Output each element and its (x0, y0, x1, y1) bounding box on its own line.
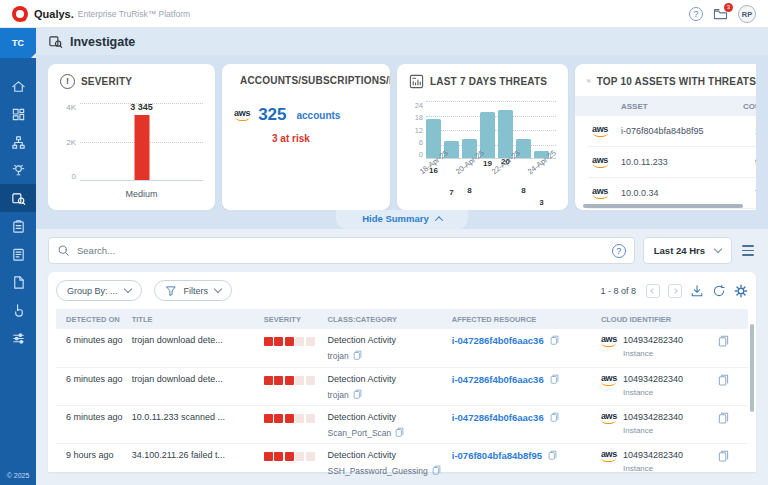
y-tick: 2K (60, 138, 76, 147)
y-tick: 4K (60, 103, 76, 112)
copy-icon[interactable] (718, 335, 729, 348)
refresh-icon[interactable] (712, 284, 726, 298)
settings-gear-icon[interactable] (734, 284, 748, 298)
sidebar-item-dashboards[interactable] (0, 100, 36, 128)
count-column-header[interactable]: COUNT (743, 102, 756, 111)
search-help-icon[interactable]: ? (612, 244, 626, 258)
copy-icon[interactable] (353, 350, 362, 361)
threat-tag[interactable]: trojan (328, 390, 349, 400)
cloud-identifier-cell: aws104934282340Instance (597, 335, 714, 362)
class-category-cell: Detection Activity trojan (324, 335, 448, 362)
table-row[interactable]: 6 minutes ago 10.0.11.233 scanned ... De… (56, 405, 748, 443)
sidebar-item-insights[interactable] (0, 156, 36, 184)
cloud-identifier-cell: aws104934282340Instance (597, 374, 714, 400)
detected-on-cell: 6 minutes ago (56, 412, 128, 438)
cloud-type: Instance (623, 464, 683, 473)
y-tick: 6 (409, 138, 423, 147)
resource-link[interactable]: i-047286f4b0f6aac36 (452, 374, 544, 385)
time-range-dropdown[interactable]: Last 24 Hrs (643, 237, 732, 264)
cloud-identifier-cell: aws104934282340Instance (597, 412, 714, 438)
module-badge[interactable]: TC (0, 28, 36, 58)
horizontal-scrollbar[interactable] (583, 204, 743, 208)
severity-cell (260, 412, 324, 438)
asset-row[interactable]: awsi-076f804bfa84b8f951K (587, 116, 756, 147)
severity-card-title-row: ! SEVERITY (60, 74, 203, 89)
table-row[interactable]: 6 minutes ago trojan download dete... De… (56, 367, 748, 405)
asset-threat-count: 1K (755, 126, 756, 136)
sidebar-item-connectors[interactable] (0, 128, 36, 156)
sidebar-item-compliance[interactable] (0, 212, 36, 240)
search-input[interactable] (77, 245, 605, 256)
vertical-scrollbar[interactable] (750, 324, 754, 412)
threat-tag[interactable]: SSH_Password_Guessing (328, 466, 428, 476)
menu-icon[interactable] (740, 243, 756, 257)
cloud-type: Instance (623, 426, 683, 435)
numbered-list-icon: 123 (587, 74, 591, 88)
asset-column-header[interactable]: ASSET (621, 102, 648, 111)
sidebar-item-configurations[interactable] (0, 324, 36, 352)
investigate-icon (48, 34, 63, 49)
copy-icon[interactable] (718, 450, 729, 463)
threat-tag[interactable]: trojan (328, 351, 349, 361)
sidebar-item-home[interactable] (0, 72, 36, 100)
accounts-count-label[interactable]: accounts (297, 110, 341, 121)
accounts-card-title: ACCOUNTS/SUBSCRIPTIONS/PROJECTS (240, 75, 390, 86)
column-header[interactable]: SEVERITY (260, 315, 324, 324)
copy-icon[interactable] (395, 427, 404, 438)
notifications-icon[interactable]: 3 (713, 7, 728, 20)
table-header-row: DETECTED ONTITLESEVERITYCLASS:CATEGORYAF… (56, 309, 748, 329)
help-icon[interactable]: ? (689, 7, 703, 21)
copy-icon[interactable] (718, 374, 729, 387)
sidebar-item-actions[interactable] (0, 296, 36, 324)
aws-logo: aws (587, 187, 613, 199)
column-header[interactable]: CLOUD IDENTIFIER (597, 315, 714, 324)
copy-icon[interactable] (353, 389, 362, 400)
asset-name: i-076f804bfa84b8f95 (621, 126, 704, 136)
threats-card: LAST 7 DAYS THREATS 24181260 1678192083 … (397, 64, 568, 210)
title-cell: trojan download dete... (128, 374, 260, 400)
severity-bar[interactable] (134, 115, 149, 180)
bar-chart-icon (409, 74, 424, 89)
column-header[interactable]: TITLE (128, 315, 260, 324)
copy-icon[interactable] (548, 450, 557, 461)
accounts-count[interactable]: 325 (258, 105, 286, 125)
column-header[interactable]: CLASS:CATEGORY (324, 315, 448, 324)
threat-tag[interactable]: Scan_Port_Scan (328, 428, 392, 438)
resource-link[interactable]: i-076f804bfa84b8f95 (452, 450, 542, 461)
resource-link[interactable]: i-047286f4b0f6aac36 (452, 412, 544, 423)
severity-cell (260, 335, 324, 362)
top-bar: Qualys. Enterprise TruRisk™ Platform ? 3… (0, 0, 768, 28)
time-range-value: Last 24 Hrs (654, 245, 705, 256)
next-page-button[interactable] (668, 284, 682, 298)
copyright: © 2025 (7, 472, 30, 479)
hide-summary-label: Hide Summary (362, 213, 429, 224)
search-box[interactable]: ? (48, 237, 635, 264)
resource-link[interactable]: i-047286f4b0f6aac36 (452, 335, 544, 346)
group-by-dropdown[interactable]: Group By: ... (56, 280, 142, 301)
column-header[interactable]: DETECTED ON (56, 315, 128, 324)
copy-icon[interactable] (550, 412, 559, 423)
asset-row[interactable]: aws10.0.11.23395 (587, 147, 756, 178)
title-cell: 10.0.11.233 scanned ... (128, 412, 260, 438)
table-row[interactable]: 6 minutes ago trojan download dete... De… (56, 329, 748, 367)
hide-summary-button[interactable]: Hide Summary (336, 210, 468, 229)
class-category-cell: Detection Activity SSH_Password_Guessing (324, 450, 448, 476)
column-header[interactable]: AFFECTED RESOURCE (448, 315, 597, 324)
download-icon[interactable] (690, 284, 704, 298)
pagination-text: 1 - 8 of 8 (600, 286, 636, 296)
prev-page-button[interactable] (646, 284, 660, 298)
sidebar-item-reports[interactable] (0, 240, 36, 268)
tap-icon (11, 303, 26, 318)
accounts-at-risk[interactable]: 3 at risk (272, 133, 378, 144)
copy-icon[interactable] (718, 412, 729, 425)
chevron-down-icon (714, 245, 722, 253)
sidebar-item-investigate[interactable] (0, 184, 36, 212)
filters-dropdown[interactable]: Filters (154, 280, 233, 301)
copy-icon[interactable] (550, 335, 559, 346)
sidebar-item-documents[interactable] (0, 268, 36, 296)
copy-icon[interactable] (550, 374, 559, 385)
table-row[interactable]: 9 hours ago 34.100.211.26 failed t... De… (56, 443, 748, 481)
affected-resource-cell: i-047286f4b0f6aac36 (448, 335, 597, 362)
copy-icon[interactable] (432, 465, 441, 476)
user-avatar[interactable]: RP (738, 5, 756, 23)
